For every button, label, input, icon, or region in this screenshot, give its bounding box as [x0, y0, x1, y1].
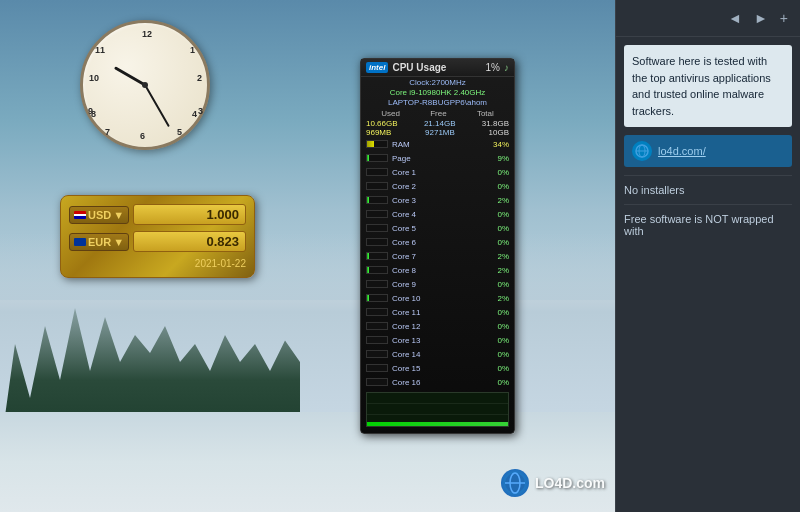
cpu-bar-fill-8 [367, 253, 369, 259]
cpu-bar-container-4 [366, 196, 388, 204]
cpu-row-11: Core 102% [361, 291, 514, 305]
nav-forward-button[interactable]: ► [750, 8, 772, 28]
cpu-row-7: Core 60% [361, 235, 514, 249]
cpu-bar-container-0 [366, 140, 388, 148]
cpu-row-val-7: 0% [489, 238, 509, 247]
cpu-clock: Clock:2700MHz [361, 77, 514, 88]
cpu-bar-container-10 [366, 280, 388, 288]
cpu-row-val-12: 0% [489, 308, 509, 317]
nav-plus-button[interactable]: + [776, 8, 792, 28]
cpu-bar-container-5 [366, 210, 388, 218]
cpu-row-val-11: 2% [489, 294, 509, 303]
cpu-row-val-2: 0% [489, 168, 509, 177]
cpu-row-val-14: 0% [489, 336, 509, 345]
cpu-title: CPU Usage [392, 62, 481, 73]
cpu-bar-container-2 [366, 168, 388, 176]
lo4d-link-icon [632, 141, 652, 161]
mem-row: 10.66GB 21.14GB 31.8GB [361, 119, 514, 128]
cpu-bar-fill-9 [367, 267, 369, 273]
cpu-bar-fill-11 [367, 295, 369, 301]
col-free: Free [430, 109, 446, 118]
hour-hand [114, 66, 146, 86]
cpu-percent: 1% [486, 62, 500, 73]
cpu-row-val-4: 2% [489, 196, 509, 205]
cpu-row-val-9: 2% [489, 266, 509, 275]
cpu-row-2: Core 10% [361, 165, 514, 179]
cpu-row-val-15: 0% [489, 350, 509, 359]
clock-6: 6 [140, 131, 145, 141]
cpu-row-val-17: 0% [489, 378, 509, 387]
cpu-bar-container-15 [366, 350, 388, 358]
eur-value: 0.823 [133, 231, 246, 252]
cpu-bar-fill-1 [367, 155, 369, 161]
cpu-row-val-5: 0% [489, 210, 509, 219]
cpu-row-17: Core 160% [361, 375, 514, 389]
cpu-row-9: Core 82% [361, 263, 514, 277]
intel-badge: intel [366, 62, 388, 73]
eur-label[interactable]: EUR ▼ [69, 233, 129, 251]
clock-center [142, 82, 148, 88]
right-panel: ◄ ► + Software here is tested with the t… [615, 0, 800, 512]
cpu-row-label-6: Core 5 [392, 224, 489, 233]
col-total: Total [477, 109, 494, 118]
cpu-bar-fill-4 [367, 197, 369, 203]
panel-link-text[interactable]: lo4d.com/ [658, 145, 706, 157]
cpu-row-label-16: Core 15 [392, 364, 489, 373]
cpu-row-label-17: Core 16 [392, 378, 489, 387]
cpu-row-0: RAM34% [361, 137, 514, 151]
cpu-row-val-3: 0% [489, 182, 509, 191]
col-used: Used [381, 109, 400, 118]
eur-flag [74, 238, 86, 246]
cpu-row-val-1: 9% [489, 154, 509, 163]
cpu-bar-container-1 [366, 154, 388, 162]
cpu-row-1: Page9% [361, 151, 514, 165]
cpu-row-label-1: Page [392, 154, 489, 163]
page-used: 969MB [366, 128, 391, 137]
clock-2: 2 [197, 73, 202, 83]
lo4d-watermark: LO4D.com [501, 469, 605, 497]
clock-4: 4 [192, 109, 197, 119]
cpu-row-6: Core 50% [361, 221, 514, 235]
music-icon: ♪ [504, 62, 509, 73]
mem-used: 10.66GB [366, 119, 398, 128]
clock-11: 11 [95, 45, 105, 55]
cpu-bar-container-7 [366, 238, 388, 246]
cpu-row-label-11: Core 10 [392, 294, 489, 303]
cpu-row-10: Core 90% [361, 277, 514, 291]
clock-10: 10 [89, 73, 99, 83]
usd-row: USD ▼ 1.000 [69, 204, 246, 225]
graph-line [367, 422, 508, 426]
cpu-graph [366, 392, 509, 427]
cpu-bar-container-14 [366, 336, 388, 344]
panel-divider-1 [624, 175, 792, 176]
cpu-row-15: Core 140% [361, 347, 514, 361]
cpu-bar-container-6 [366, 224, 388, 232]
cpu-row-14: Core 130% [361, 333, 514, 347]
cpu-row-4: Core 32% [361, 193, 514, 207]
cpu-bar-container-17 [366, 378, 388, 386]
usd-value: 1.000 [133, 204, 246, 225]
panel-free-text: Free software is NOT wrapped with [624, 213, 792, 237]
cpu-bar-container-13 [366, 322, 388, 330]
cpu-model: Core i9-10980HK 2.40GHz [361, 88, 514, 97]
cpu-row-val-16: 0% [489, 364, 509, 373]
page-total: 10GB [489, 128, 509, 137]
panel-divider-2 [624, 204, 792, 205]
right-panel-content: Software here is tested with the top ant… [616, 37, 800, 512]
cpu-row-5: Core 40% [361, 207, 514, 221]
panel-link-box[interactable]: lo4d.com/ [624, 135, 792, 167]
cpu-row-val-0: 34% [489, 140, 509, 149]
currency-widget: USD ▼ 1.000 EUR ▼ 0.823 2021-01-22 [60, 195, 255, 278]
cpu-machine: LAPTOP-R8BUGPP6\ahom [361, 97, 514, 108]
cpu-row-label-7: Core 6 [392, 238, 489, 247]
usd-label[interactable]: USD ▼ [69, 206, 129, 224]
clock-face: 12 1 2 3 4 5 6 7 8 9 10 11 [80, 20, 210, 150]
usd-flag [74, 211, 86, 219]
cpu-row-13: Core 120% [361, 319, 514, 333]
cpu-widget: intel CPU Usage 1% ♪ Clock:2700MHz Core … [360, 58, 515, 434]
nav-back-button[interactable]: ◄ [724, 8, 746, 28]
page-row: 969MB 9271MB 10GB [361, 128, 514, 137]
cpu-bar-fill-0 [367, 141, 374, 147]
cpu-row-3: Core 20% [361, 179, 514, 193]
cpu-row-label-8: Core 7 [392, 252, 489, 261]
